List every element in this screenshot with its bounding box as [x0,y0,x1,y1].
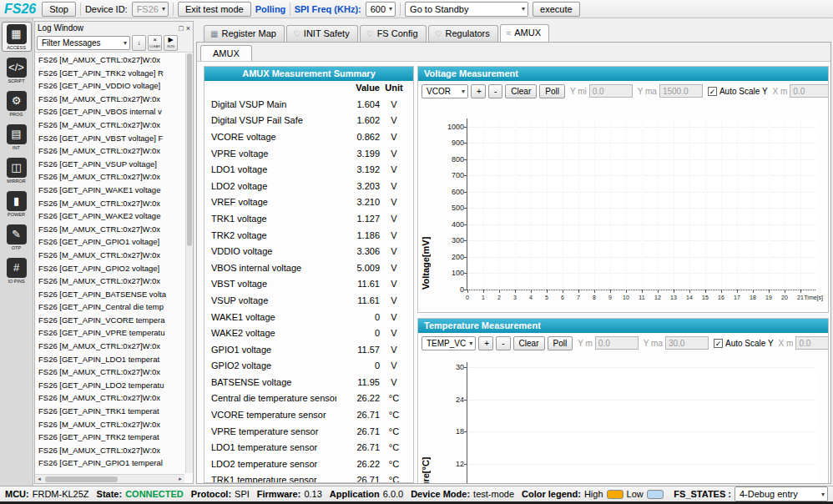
table-row[interactable]: LDO1 voltage3.192V [204,161,413,178]
table-row[interactable]: Central die temperature sensor26.22°C [204,391,413,407]
device-id-select[interactable]: FS26 ▾ [132,2,169,17]
stop-button[interactable]: Stop [42,2,76,17]
scroll-right-icon[interactable]: ▸ [176,476,184,482]
log-entry[interactable]: FS26 [GET_APIN_GPIO1 temperal [38,456,184,470]
log-entry[interactable]: FS26 [M_AMUX_CTRL:0x27]W:0x [38,118,184,132]
log-entry[interactable]: FS26 [GET_APIN_TRK2 temperat [38,431,184,444]
spi-freq-select[interactable]: 600 ▾ [366,2,396,17]
exit-test-mode-button[interactable]: Exit test mode [178,2,251,17]
sidebar-item-script[interactable]: </>SCRIPT [2,55,32,85]
close-icon[interactable]: × [186,24,190,33]
filter-messages-select[interactable]: Filter Messages ▾ [37,36,130,50]
sidebar-item-int[interactable]: ▤INT [2,122,32,152]
detach-icon[interactable]: □ [179,24,183,33]
voltage-clear-button[interactable]: Clear [505,84,537,98]
log-entry[interactable]: FS26 [GET_APIN_Central die temp [38,300,184,314]
tab-regulators[interactable]: ♡Regulators [428,25,498,42]
table-row[interactable]: TRK2 voltage1.186V [204,227,413,244]
log-entry[interactable]: FS26 [GET_APIN_VPRE temperatu [38,326,184,340]
tab-amux[interactable]: ≈AMUX [500,24,549,42]
log-entry[interactable]: FS26 [M_AMUX_CTRL:0x27]W:0x [38,275,184,288]
table-row[interactable]: TRK1 voltage1.127V [204,210,413,227]
checkbox-checked-icon[interactable]: ✓ [708,87,717,96]
log-entry[interactable]: FS26 [GET_APIN_GPIO2 voltage] [38,262,184,275]
table-row[interactable]: VPRE voltage3.199V [204,145,413,162]
table-row[interactable]: VCORE voltage0.862V [204,129,413,145]
table-row[interactable]: Digital VSUP Fail Safe1.602V [204,113,413,129]
temperature-ymin-input[interactable] [595,336,639,350]
log-entry[interactable]: FS26 [M_AMUX_CTRL:0x27]W:0x [38,93,184,106]
log-entry[interactable]: FS26 [M_AMUX_CTRL:0x27]W:0x [38,249,184,262]
log-entry[interactable]: FS26 [GET_APIN_VBOS internal v [38,105,184,118]
sidebar-item-mirror[interactable]: ◫MIRROR [2,155,32,185]
go-to-standby-select[interactable]: Go to Standby ▾ [405,2,528,17]
temperature-add-button[interactable]: + [478,336,493,350]
table-row[interactable]: VDDIO voltage3.306V [204,243,413,260]
table-row[interactable]: VCORE temperature sensor26.71°C [204,406,413,423]
log-entry[interactable]: FS26 [M_AMUX_CTRL:0x27]W:0x [38,197,184,210]
log-entry[interactable]: FS26 [GET_APIN_LDO1 temperat [38,353,184,366]
table-row[interactable]: LDO1 temperature sensor26.71°C [204,439,413,456]
temperature-clear-button[interactable]: Clear [513,336,545,350]
table-row[interactable]: Digital VSUP Main1.604V [204,96,413,113]
log-entry[interactable]: FS26 [GET_APIN_VCORE tempera [38,314,184,327]
voltage-ymax-input[interactable] [659,84,703,98]
tab-init-safety[interactable]: ♡INIT Safety [286,25,358,42]
voltage-autoscale[interactable]: ✓ Auto Scale Y [708,87,768,96]
log-vertical-scrollbar[interactable] [185,53,193,473]
log-entry[interactable]: FS26 [M_AMUX_CTRL:0x27]W:0x [38,144,184,158]
table-row[interactable]: GPIO2 voltage0V [204,358,413,375]
table-row[interactable]: VBOS internal voltage5.009V [204,260,413,276]
temperature-poll-button[interactable]: Poll [548,336,573,350]
log-horizontal-scrollbar[interactable]: ◂ ▸ [35,474,184,483]
log-entry[interactable]: FS26 [GET_APIN_LDO2 temperatu [38,379,184,392]
table-row[interactable]: LDO2 temperature sensor26.22°C [204,456,413,472]
checkbox-checked-icon[interactable]: ✓ [714,339,723,348]
log-entry[interactable]: FS26 [M_AMUX_CTRL:0x27]W:0x [38,340,184,353]
scrollbar-thumb[interactable] [45,476,118,482]
execute-button[interactable]: execute [533,2,580,17]
table-row[interactable]: VSUP voltage11.61V [204,292,413,309]
table-row[interactable]: LDO2 voltage3.203V [204,178,413,194]
temperature-xmin-input[interactable] [795,336,829,350]
table-row[interactable]: TRK1 temperature sensor26.71°C [204,472,413,483]
log-entry[interactable]: FS26 [M_AMUX_CTRL:0x27]W:0x [38,365,184,379]
save-log-button[interactable]: ↓ [132,35,146,51]
temperature-remove-button[interactable]: - [496,336,510,350]
sidebar-item-io-pins[interactable]: #IO PINS [2,255,32,285]
log-entry[interactable]: FS26 [GET_APIN_VBST voltage] F [38,132,184,145]
log-entry[interactable]: FS26 [M_AMUX_CTRL:0x27]W:0x [38,391,184,405]
scroll-left-icon[interactable]: ◂ [35,476,43,482]
log-entry[interactable]: FS26 [GET_APIN_TRK2 voltage] R [38,67,184,80]
temperature-channel-select[interactable]: TEMP_VC ▾ [422,336,476,350]
temperature-autoscale[interactable]: ✓ Auto Scale Y [714,339,774,348]
log-entry[interactable]: FS26 [GET_APIN_VSUP voltage] [38,158,184,171]
table-row[interactable]: WAKE1 voltage0V [204,309,413,325]
sidebar-item-otp[interactable]: ✎OTP [2,222,32,252]
table-row[interactable]: WAKE2 voltage0V [204,325,413,341]
voltage-poll-button[interactable]: Poll [539,84,565,98]
log-entry[interactable]: FS26 [M_AMUX_CTRL:0x27]W:0x [38,170,184,184]
log-entry[interactable]: FS26 [M_AMUX_CTRL:0x27]W:0x [38,53,184,67]
run-log-button[interactable]: ▶ RUN [164,35,178,51]
table-row[interactable]: BATSENSE voltage11.95V [204,374,413,391]
log-entry[interactable]: FS26 [M_AMUX_CTRL:0x27]W:0x [38,418,184,431]
log-entry[interactable]: FS26 [GET_APIN_BATSENSE volta [38,288,184,301]
voltage-remove-button[interactable]: - [488,84,502,98]
temperature-ymax-input[interactable] [665,336,709,350]
log-entry[interactable]: FS26 [GET_APIN_TRK1 temperat [38,405,184,418]
table-row[interactable]: GPIO1 voltage11.57V [204,341,413,358]
log-entry[interactable]: FS26 [M_AMUX_CTRL:0x27]W:0x [38,223,184,236]
fs-state-select[interactable]: 4-Debug entry ▾ [735,486,828,501]
log-entry[interactable]: FS26 [M_AMUX_CTRL:0x27]W:0x [38,444,184,457]
sidebar-item-prog[interactable]: ⚙PROG [2,88,32,118]
log-entry[interactable]: FS26 [GET_APIN_GPIO1 voltage] [38,235,184,249]
sidebar-item-access[interactable]: ▦ACCESS [2,22,32,52]
voltage-add-button[interactable]: + [471,84,486,98]
log-entry[interactable]: FS26 [GET_APIN_VDDIO voltage] [38,79,184,93]
log-entry[interactable]: FS26 [GET_APIN_WAKE2 voltage [38,209,184,223]
table-row[interactable]: VREF voltage3.210V [204,194,413,211]
clear-log-button[interactable]: × CLEAR [148,35,162,51]
sidebar-item-power[interactable]: ▮POWER [2,189,32,219]
subtab-amux[interactable]: AMUX [200,45,252,61]
